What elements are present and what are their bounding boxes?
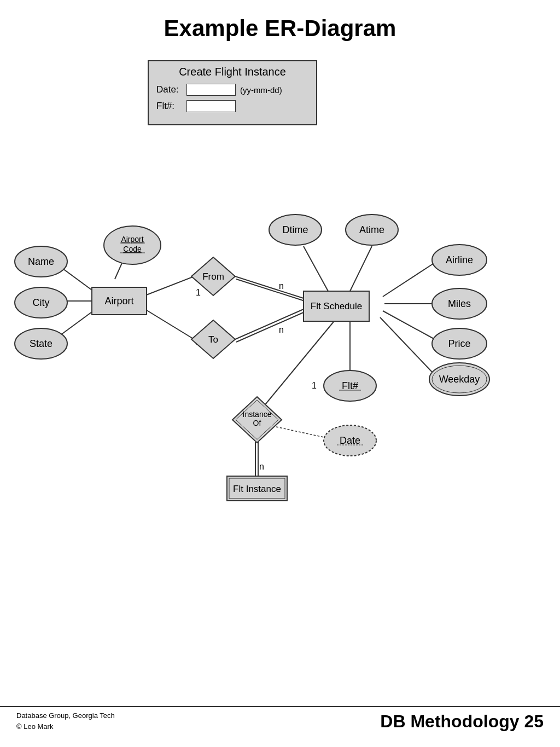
flt-input[interactable] bbox=[186, 100, 236, 112]
price-label: Price bbox=[448, 338, 470, 349]
svg-line-9 bbox=[236, 312, 305, 342]
footer-right-label: DB Methodology bbox=[380, 711, 524, 731]
svg-line-17 bbox=[260, 322, 334, 410]
er-diagram: 1 n 1 n 1 n Airport Flt Schedule Flt Ins… bbox=[0, 170, 560, 586]
page-title: Example ER-Diagram bbox=[0, 0, 560, 47]
svg-line-7 bbox=[236, 279, 305, 301]
date-row: Date: (yy-mm-dd) bbox=[156, 84, 308, 96]
to-label-n: n bbox=[279, 325, 284, 334]
name-label: Name bbox=[28, 256, 54, 267]
weekday-label: Weekday bbox=[439, 374, 480, 385]
footer: Database Group, Georgia Tech © Leo Mark … bbox=[0, 706, 560, 732]
footer-right: DB Methodology 25 bbox=[380, 708, 544, 732]
flt-label: Flt#: bbox=[156, 101, 186, 112]
flt-row: Flt#: bbox=[156, 100, 308, 112]
from-label: From bbox=[202, 271, 224, 282]
flt-hash-label: Flt# bbox=[342, 380, 358, 391]
instance-label-1: 1 bbox=[312, 381, 317, 390]
date-label: Date bbox=[340, 435, 360, 446]
svg-line-10 bbox=[304, 246, 328, 291]
from-label-n: n bbox=[279, 281, 284, 291]
svg-line-14 bbox=[383, 311, 435, 339]
svg-line-4 bbox=[145, 276, 194, 296]
svg-line-6 bbox=[235, 276, 304, 298]
instance-label-n: n bbox=[259, 462, 264, 471]
state-label: State bbox=[30, 338, 52, 349]
airport-code-label: Airport bbox=[121, 235, 143, 244]
airport-label: Airport bbox=[104, 296, 133, 306]
svg-line-8 bbox=[235, 309, 304, 339]
svg-line-11 bbox=[350, 246, 372, 291]
svg-line-12 bbox=[383, 263, 435, 297]
svg-line-5 bbox=[145, 309, 194, 339]
city-label: City bbox=[33, 297, 50, 308]
date-input[interactable] bbox=[186, 84, 236, 96]
atime-label: Atime bbox=[359, 224, 384, 235]
instance-of-label2: Of bbox=[253, 419, 261, 427]
date-label: Date: bbox=[156, 84, 186, 95]
from-label-1: 1 bbox=[196, 288, 201, 297]
instance-of-label1: Instance bbox=[243, 410, 272, 419]
footer-left: Database Group, Georgia Tech © Leo Mark bbox=[16, 707, 115, 732]
svg-line-15 bbox=[380, 317, 435, 375]
flt-instance-label: Flt Instance bbox=[233, 484, 281, 494]
create-flight-title: Create Flight Instance bbox=[156, 66, 308, 78]
footer-page-number: 25 bbox=[524, 711, 544, 731]
airport-code-label2: Code bbox=[123, 245, 142, 253]
date-hint: (yy-mm-dd) bbox=[240, 85, 282, 95]
airline-label: Airline bbox=[446, 254, 473, 265]
to-label: To bbox=[208, 334, 218, 345]
dtime-label: Dtime bbox=[282, 224, 308, 235]
create-flight-box: Create Flight Instance Date: (yy-mm-dd) … bbox=[148, 60, 317, 125]
footer-line1: Database Group, Georgia Tech bbox=[16, 710, 115, 721]
miles-label: Miles bbox=[448, 298, 471, 309]
flt-schedule-label: Flt Schedule bbox=[311, 301, 363, 311]
footer-line2: © Leo Mark bbox=[16, 721, 115, 732]
